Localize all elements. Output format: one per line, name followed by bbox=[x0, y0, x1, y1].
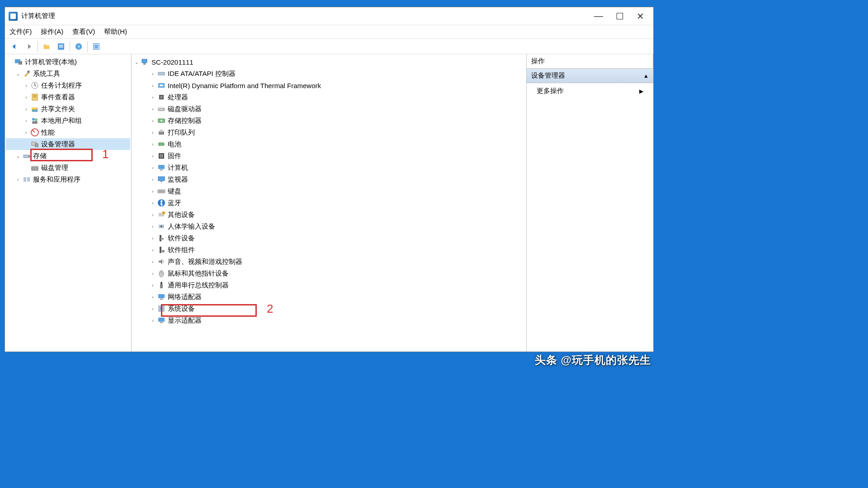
expander-icon[interactable]: › bbox=[14, 175, 22, 183]
tree-event-viewer[interactable]: › 事件查看器 bbox=[6, 91, 130, 103]
minimize-button[interactable]: — bbox=[594, 11, 603, 22]
expander-icon[interactable]: › bbox=[22, 128, 30, 136]
expander-icon[interactable]: › bbox=[149, 316, 157, 324]
storage-icon bbox=[22, 151, 31, 160]
expander-icon[interactable]: › bbox=[22, 117, 30, 125]
expander-icon[interactable]: › bbox=[149, 105, 157, 113]
device-category-battery[interactable]: ›电池 bbox=[132, 138, 525, 150]
svg-point-58 bbox=[160, 225, 162, 227]
expander-icon[interactable]: › bbox=[149, 269, 157, 277]
tree-system-tools[interactable]: ⌄ 系统工具 bbox=[6, 68, 130, 80]
menu-file[interactable]: 文件(F) bbox=[9, 28, 32, 36]
tree-performance[interactable]: › 性能 bbox=[6, 127, 130, 138]
device-category-cpu[interactable]: ›处理器 bbox=[132, 91, 525, 103]
menu-help[interactable]: 帮助(H) bbox=[104, 28, 127, 36]
computer-management-icon bbox=[14, 57, 23, 66]
expander-icon[interactable]: › bbox=[149, 117, 157, 125]
toolbar-back-button[interactable] bbox=[8, 41, 21, 52]
expander-icon[interactable]: › bbox=[149, 152, 157, 160]
expander-icon[interactable]: › bbox=[149, 211, 157, 219]
device-category-bluetooth[interactable]: ›蓝牙 bbox=[132, 197, 525, 209]
svg-rect-14 bbox=[33, 97, 37, 98]
disk-icon bbox=[157, 104, 166, 113]
expander-icon[interactable]: › bbox=[149, 222, 157, 230]
tree-services-apps[interactable]: › 服务和应用程序 bbox=[6, 174, 130, 185]
collapse-icon[interactable]: ▲ bbox=[643, 73, 649, 79]
svg-rect-52 bbox=[159, 192, 164, 192]
content-area: 计算机管理(本地) ⌄ 系统工具 › bbox=[5, 54, 653, 352]
menu-view[interactable]: 查看(V) bbox=[72, 28, 95, 36]
toolbar-properties-button[interactable] bbox=[54, 41, 68, 52]
expander-icon[interactable]: › bbox=[149, 281, 157, 289]
device-tree[interactable]: ⌄ SC-20201111 ›IDE ATA/ATAPI 控制器›Intel(R… bbox=[132, 54, 527, 352]
device-category-storage[interactable]: ›存储控制器 bbox=[132, 115, 525, 127]
intel-icon bbox=[157, 81, 166, 90]
toolbar-up-button[interactable] bbox=[40, 41, 53, 52]
device-category-other[interactable]: ›?其他设备 bbox=[132, 209, 525, 221]
expander-icon[interactable]: › bbox=[149, 199, 157, 207]
expander-icon[interactable]: ⌄ bbox=[14, 152, 22, 160]
expander-icon[interactable]: › bbox=[149, 128, 157, 136]
device-category-ide[interactable]: ›IDE ATA/ATAPI 控制器 bbox=[132, 68, 525, 80]
device-category-disk[interactable]: ›磁盘驱动器 bbox=[132, 103, 525, 115]
center-pane: ⌄ SC-20201111 ›IDE ATA/ATAPI 控制器›Intel(R… bbox=[132, 54, 653, 352]
device-category-display[interactable]: ›显示适配器 bbox=[132, 314, 525, 326]
device-category-component[interactable]: ›软件组件 bbox=[132, 244, 525, 256]
component-icon bbox=[157, 245, 166, 254]
tree-device-manager[interactable]: 设备管理器 bbox=[6, 138, 130, 150]
expander-icon[interactable]: ⌄ bbox=[14, 70, 22, 78]
close-button[interactable]: ✕ bbox=[637, 11, 644, 22]
services-icon bbox=[22, 175, 31, 184]
expander-icon[interactable]: › bbox=[149, 187, 157, 195]
device-category-firmware[interactable]: ›固件 bbox=[132, 150, 525, 162]
device-category-network[interactable]: ›网络适配器 bbox=[132, 291, 525, 303]
expander-icon[interactable]: › bbox=[149, 164, 157, 172]
expander-icon[interactable]: › bbox=[22, 93, 30, 101]
device-category-mouse[interactable]: ›鼠标和其他指针设备 bbox=[132, 267, 525, 279]
expander-icon[interactable]: › bbox=[149, 234, 157, 242]
tree-disk-management[interactable]: 磁盘管理 bbox=[6, 162, 130, 174]
tree-task-scheduler[interactable]: › 任务计划程序 bbox=[6, 80, 130, 91]
expander-icon[interactable]: › bbox=[149, 93, 157, 101]
expander-icon[interactable]: › bbox=[149, 293, 157, 301]
device-tree-root[interactable]: ⌄ SC-20201111 bbox=[132, 56, 525, 68]
toolbar-view-button[interactable] bbox=[90, 41, 103, 52]
expander-icon[interactable]: › bbox=[149, 305, 157, 313]
expander-icon[interactable]: › bbox=[149, 81, 157, 89]
device-category-system[interactable]: ›系统设备 bbox=[132, 303, 525, 314]
tree-storage[interactable]: ⌄ 存储 bbox=[6, 150, 130, 162]
left-nav-tree[interactable]: 计算机管理(本地) ⌄ 系统工具 › bbox=[5, 54, 132, 352]
device-category-hid[interactable]: ›人体学输入设备 bbox=[132, 221, 525, 232]
expander-icon[interactable]: › bbox=[22, 105, 30, 113]
actions-pane-subheader[interactable]: 设备管理器 ▲ bbox=[527, 69, 653, 83]
device-category-software[interactable]: ›软件设备 bbox=[132, 232, 525, 244]
toolbar-forward-button[interactable] bbox=[22, 41, 36, 52]
expander-icon[interactable]: › bbox=[149, 70, 157, 78]
toolbar-help-button[interactable]: ? bbox=[72, 41, 85, 52]
expander-icon[interactable]: › bbox=[149, 246, 157, 254]
device-category-monitor[interactable]: ›监视器 bbox=[132, 174, 525, 185]
svg-rect-45 bbox=[160, 154, 163, 158]
chevron-right-icon: ▶ bbox=[639, 88, 643, 94]
actions-more[interactable]: 更多操作 ▶ bbox=[527, 83, 653, 99]
expander-icon[interactable]: ⌄ bbox=[132, 58, 141, 66]
tree-local-users[interactable]: › 本地用户和组 bbox=[6, 115, 130, 127]
monitor-icon bbox=[157, 175, 166, 184]
expander-icon[interactable]: › bbox=[149, 258, 157, 266]
tree-shared-folders[interactable]: › 共享文件夹 bbox=[6, 103, 130, 115]
device-category-keyboard[interactable]: ›键盘 bbox=[132, 185, 525, 197]
expander-icon[interactable]: › bbox=[149, 140, 157, 148]
menu-action[interactable]: 操作(A) bbox=[41, 28, 63, 36]
device-category-usb[interactable]: ›通用串行总线控制器 bbox=[132, 279, 525, 291]
device-category-intel[interactable]: ›Intel(R) Dynamic Platform and Thermal F… bbox=[132, 80, 525, 91]
maximize-button[interactable]: ☐ bbox=[616, 11, 624, 22]
device-category-printer[interactable]: ›打印队列 bbox=[132, 127, 525, 138]
expander-icon[interactable]: › bbox=[149, 175, 157, 183]
expander-icon[interactable]: › bbox=[22, 81, 30, 89]
device-category-computer[interactable]: ›计算机 bbox=[132, 162, 525, 174]
device-category-sound[interactable]: ›声音、视频和游戏控制器 bbox=[132, 256, 525, 267]
tree-root-computer-management[interactable]: 计算机管理(本地) bbox=[6, 56, 130, 68]
svg-rect-71 bbox=[158, 318, 165, 322]
menubar: 文件(F) 操作(A) 查看(V) 帮助(H) bbox=[5, 25, 653, 39]
ide-icon bbox=[157, 69, 166, 78]
